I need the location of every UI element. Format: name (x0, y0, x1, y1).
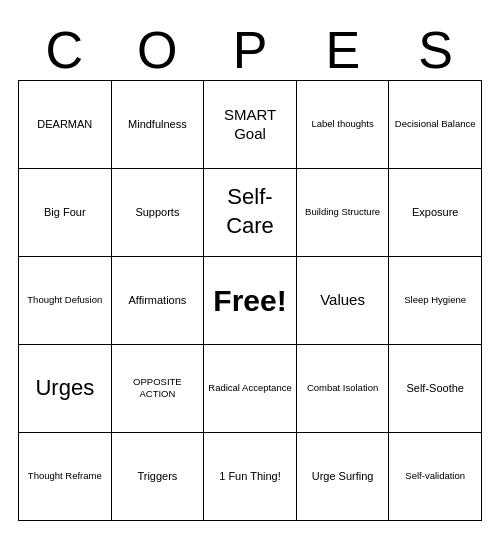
bingo-cell-text-r4-c2: 1 Fun Thing! (219, 469, 281, 483)
bingo-cell-r3-c4[interactable]: Self-Soothe (389, 345, 482, 433)
bingo-card: COPES DEARMANMindfulnessSMART GoalLabel … (10, 16, 490, 529)
bingo-cell-text-r0-c2: SMART Goal (208, 105, 292, 144)
bingo-header: COPES (18, 24, 482, 76)
bingo-cell-r1-c1[interactable]: Supports (112, 169, 205, 257)
bingo-cell-text-r0-c0: DEARMAN (37, 117, 92, 131)
bingo-cell-text-r1-c2: Self-Care (208, 183, 292, 240)
bingo-cell-text-r2-c3: Values (320, 290, 365, 310)
bingo-cell-text-r2-c2: Free! (213, 281, 286, 320)
bingo-cell-text-r2-c4: Sleep Hygiene (404, 294, 466, 306)
bingo-cell-r2-c2[interactable]: Free! (204, 257, 297, 345)
header-letter-c: C (20, 24, 108, 76)
bingo-cell-text-r0-c1: Mindfulness (128, 117, 187, 131)
bingo-cell-r2-c0[interactable]: Thought Defusion (19, 257, 112, 345)
bingo-cell-r2-c4[interactable]: Sleep Hygiene (389, 257, 482, 345)
bingo-cell-text-r1-c4: Exposure (412, 205, 458, 219)
bingo-cell-text-r4-c4: Self-validation (405, 470, 465, 482)
bingo-cell-r3-c2[interactable]: Radical Acceptance (204, 345, 297, 433)
bingo-cell-r0-c0[interactable]: DEARMAN (19, 81, 112, 169)
bingo-cell-text-r3-c2: Radical Acceptance (208, 382, 291, 394)
bingo-cell-r0-c1[interactable]: Mindfulness (112, 81, 205, 169)
bingo-cell-text-r4-c0: Thought Reframe (28, 470, 102, 482)
bingo-cell-text-r1-c1: Supports (135, 205, 179, 219)
bingo-cell-r3-c3[interactable]: Combat Isolation (297, 345, 390, 433)
bingo-cell-r0-c3[interactable]: Label thoughts (297, 81, 390, 169)
bingo-cell-r1-c4[interactable]: Exposure (389, 169, 482, 257)
bingo-cell-text-r4-c1: Triggers (137, 469, 177, 483)
bingo-cell-text-r2-c1: Affirmations (128, 293, 186, 307)
bingo-cell-r2-c3[interactable]: Values (297, 257, 390, 345)
bingo-cell-text-r3-c0: Urges (35, 374, 94, 403)
bingo-cell-text-r1-c0: Big Four (44, 205, 86, 219)
bingo-cell-r0-c2[interactable]: SMART Goal (204, 81, 297, 169)
bingo-cell-text-r3-c1: OPPOSITE ACTION (116, 376, 200, 401)
bingo-cell-r3-c0[interactable]: Urges (19, 345, 112, 433)
header-letter-p: P (206, 24, 294, 76)
bingo-cell-r2-c1[interactable]: Affirmations (112, 257, 205, 345)
bingo-cell-r4-c1[interactable]: Triggers (112, 433, 205, 521)
bingo-cell-text-r0-c3: Label thoughts (311, 118, 373, 130)
bingo-cell-r1-c2[interactable]: Self-Care (204, 169, 297, 257)
bingo-cell-text-r0-c4: Decisional Balance (395, 118, 476, 130)
bingo-cell-r0-c4[interactable]: Decisional Balance (389, 81, 482, 169)
bingo-cell-text-r1-c3: Building Structure (305, 206, 380, 218)
bingo-cell-r3-c1[interactable]: OPPOSITE ACTION (112, 345, 205, 433)
bingo-cell-r4-c4[interactable]: Self-validation (389, 433, 482, 521)
bingo-grid: DEARMANMindfulnessSMART GoalLabel though… (18, 80, 482, 521)
header-letter-e: E (299, 24, 387, 76)
bingo-cell-r1-c3[interactable]: Building Structure (297, 169, 390, 257)
bingo-cell-text-r4-c3: Urge Surfing (312, 469, 374, 483)
bingo-cell-r4-c0[interactable]: Thought Reframe (19, 433, 112, 521)
bingo-cell-r1-c0[interactable]: Big Four (19, 169, 112, 257)
bingo-cell-r4-c3[interactable]: Urge Surfing (297, 433, 390, 521)
bingo-cell-r4-c2[interactable]: 1 Fun Thing! (204, 433, 297, 521)
bingo-cell-text-r3-c3: Combat Isolation (307, 382, 378, 394)
header-letter-o: O (113, 24, 201, 76)
bingo-cell-text-r2-c0: Thought Defusion (27, 294, 102, 306)
bingo-cell-text-r3-c4: Self-Soothe (406, 381, 463, 395)
header-letter-s: S (392, 24, 480, 76)
